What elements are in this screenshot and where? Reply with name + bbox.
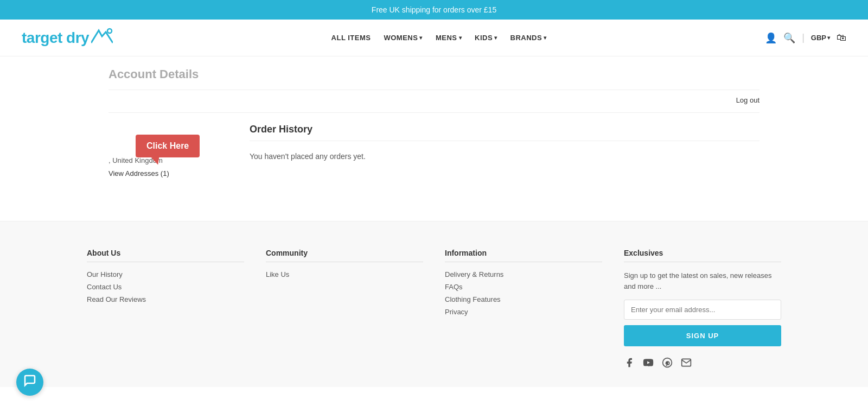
view-addresses-link[interactable]: View Addresses (1) (108, 169, 169, 178)
nav-mens[interactable]: MENS ▾ (436, 34, 462, 42)
page-title: Account Details (108, 67, 760, 81)
order-divider (250, 141, 760, 141)
account-icon[interactable]: 👤 (765, 32, 777, 44)
email-input[interactable] (624, 300, 781, 320)
logout-row: Log out (108, 96, 760, 104)
footer-information-title: Information (445, 249, 602, 262)
click-here-button[interactable]: Click Here (136, 135, 200, 157)
header-icons: 👤 🔍 | GBP ▾ 🛍 (765, 32, 846, 44)
chat-icon (23, 374, 36, 387)
main-nav: ALL ITEMS WOMENS ▾ MENS ▾ KIDS ▾ BRANDS … (331, 34, 547, 42)
nav-womens[interactable]: WOMENS ▾ (384, 34, 422, 42)
footer-inner: About Us Our History Contact Us Read Our… (87, 249, 781, 371)
sign-up-button[interactable]: SIGN UP (624, 325, 781, 346)
header: target dry ALL ITEMS WOMENS ▾ MENS ▾ KID… (0, 20, 868, 56)
cart-icon[interactable]: 🛍 (837, 32, 846, 43)
nav-all-items[interactable]: ALL ITEMS (331, 34, 371, 42)
logo[interactable]: target dry (22, 28, 113, 48)
chevron-down-icon: ▾ (544, 35, 547, 41)
social-icons (624, 357, 781, 371)
footer-community: Community Like Us (266, 249, 423, 371)
footer-contact-us[interactable]: Contact Us (87, 283, 244, 291)
footer-about: About Us Our History Contact Us Read Our… (87, 249, 244, 371)
chevron-down-icon: ▾ (459, 35, 462, 41)
search-icon[interactable]: 🔍 (783, 32, 795, 44)
order-history-title: Order History (250, 124, 760, 135)
top-banner: Free UK shipping for orders over £15 (0, 0, 868, 20)
footer-clothing-features[interactable]: Clothing Features (445, 295, 602, 303)
svg-point-0 (107, 29, 112, 33)
footer-our-history[interactable]: Our History (87, 270, 244, 278)
footer-information: Information Delivery & Returns FAQs Clot… (445, 249, 602, 371)
footer-delivery-returns[interactable]: Delivery & Returns (445, 270, 602, 278)
logo-mountain-icon (91, 28, 113, 48)
sidebar: Click Here , United Kingdom View Address… (108, 124, 228, 178)
footer-exclusives-title: Exclusives (624, 249, 781, 262)
youtube-icon[interactable] (643, 357, 654, 371)
exclusives-description: Sign up to get the latest on sales, new … (624, 270, 781, 291)
footer-privacy[interactable]: Privacy (445, 308, 602, 316)
currency-label: GBP (811, 34, 826, 42)
top-divider (108, 90, 760, 90)
account-layout: Click Here , United Kingdom View Address… (108, 124, 760, 178)
logo-text: target dry (22, 29, 89, 47)
facebook-icon[interactable] (624, 357, 635, 371)
footer-read-reviews[interactable]: Read Our Reviews (87, 295, 244, 303)
chevron-down-icon: ▾ (827, 35, 830, 41)
no-orders-message: You haven't placed any orders yet. (250, 152, 760, 161)
order-history: Order History You haven't placed any ord… (250, 124, 760, 178)
main-content: Account Details Log out Click Here , Uni… (87, 56, 781, 188)
currency-selector[interactable]: GBP ▾ (811, 34, 830, 42)
separator: | (802, 32, 805, 43)
footer: About Us Our History Contact Us Read Our… (0, 221, 868, 387)
pinterest-icon[interactable] (662, 357, 673, 371)
address-line: , United Kingdom (108, 156, 228, 164)
footer-community-title: Community (266, 249, 423, 262)
footer-exclusives: Exclusives Sign up to get the latest on … (624, 249, 781, 371)
nav-brands[interactable]: BRANDS ▾ (510, 34, 547, 42)
footer-faqs[interactable]: FAQs (445, 283, 602, 291)
logout-link[interactable]: Log out (736, 96, 760, 104)
email-icon[interactable] (681, 357, 692, 371)
chevron-down-icon: ▾ (419, 35, 423, 41)
nav-kids[interactable]: KIDS ▾ (475, 34, 497, 42)
footer-about-title: About Us (87, 249, 244, 262)
content-divider (108, 112, 760, 113)
banner-text: Free UK shipping for orders over £15 (372, 5, 496, 14)
chevron-down-icon: ▾ (494, 35, 497, 41)
footer-like-us[interactable]: Like Us (266, 270, 423, 278)
